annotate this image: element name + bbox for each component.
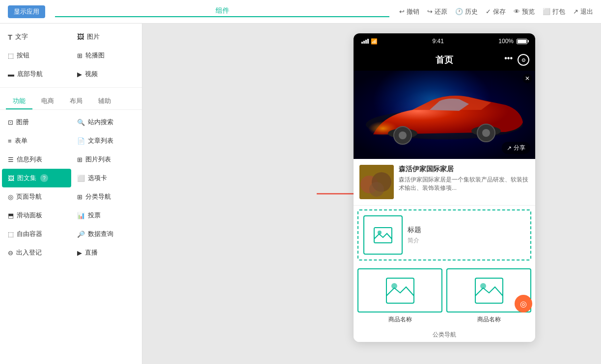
- phone-banner[interactable]: ✕ ↗ 分享: [354, 71, 535, 159]
- sidebar-item-tab-card[interactable]: ⬜ 选项卡: [71, 169, 140, 187]
- article-list-icon: 📄: [77, 137, 85, 145]
- placeholder-icon: [373, 227, 393, 244]
- phone-nav-bar: 首页 ••• ⊙: [354, 49, 535, 71]
- float-button[interactable]: ◎: [515, 295, 532, 312]
- undo-icon: ↩: [399, 8, 405, 15]
- sidebar-item-carousel[interactable]: ⊞ 轮播图: [71, 46, 140, 65]
- tab-card-icon: ⬜: [77, 175, 85, 182]
- components-tab-label[interactable]: 组件: [216, 6, 229, 15]
- phone-status-bar: 📶 9:41 100%: [354, 33, 535, 49]
- sidebar-item-img-text[interactable]: 🖼 图文集 ?: [2, 169, 71, 187]
- img-text-desc: 简介: [408, 236, 525, 245]
- help-badge: ?: [40, 174, 48, 182]
- sidebar-item-login[interactable]: ⊖ 出入登记: [2, 243, 71, 262]
- history-icon: 🕐: [455, 8, 463, 15]
- sidebar-item-vote[interactable]: 📊 投票: [71, 206, 140, 225]
- img-placeholder: [363, 215, 403, 255]
- product-item-1[interactable]: 商品名称: [357, 268, 442, 324]
- article-card[interactable]: 森活伊家国际家居 森活伊家国际家居是一个集软装产品研发、软装技术输出、装饰装修项…: [354, 159, 535, 206]
- status-left: 📶: [361, 38, 378, 45]
- text-icon: T: [8, 33, 12, 41]
- phone-nav-icons: ••• ⊙: [504, 54, 529, 66]
- img-text-title: 标题: [408, 226, 525, 234]
- toolbar: 显示应用 组件 ↩ 撤销 ↪ 还原 🕐 历史 ✓ 保存 👁 预览 ⬜ 打包 ↗: [0, 0, 601, 24]
- battery-icon: [517, 39, 527, 44]
- sidebar-item-article-list[interactable]: 📄 文章列表: [71, 131, 140, 150]
- sidebar-item-image[interactable]: 🖼 图片: [71, 27, 140, 46]
- data-query-icon: 🔎: [77, 231, 85, 238]
- sidebar-item-info-list[interactable]: ☰ 信息列表: [2, 150, 71, 169]
- form-icon: ≡: [8, 137, 12, 145]
- sidebar-item-live[interactable]: ▶ 直播: [71, 243, 140, 262]
- login-icon: ⊖: [8, 249, 13, 257]
- footer-nav-icon: ▬: [8, 71, 14, 78]
- product-grid: 商品名称 商品名称: [354, 264, 535, 328]
- sidebar-item-form[interactable]: ≡ 表单: [2, 131, 71, 150]
- package-icon: ⬜: [543, 8, 550, 15]
- article-info: 森活伊家国际家居 森活伊家国际家居是一个集软装产品研发、软装技术输出、装饰装修项…: [399, 165, 529, 199]
- sidebar-item-free-container[interactable]: ⬚ 自由容器: [2, 225, 71, 243]
- sidebar-top-grid: T 文字 🖼 图片 ⬚ 按钮 ⊞ 轮播图 ▬ 底部导航 ▶ 视频: [0, 24, 142, 85]
- img-list-icon: ⊞: [77, 156, 82, 163]
- undo-button[interactable]: ↩ 撤销: [399, 7, 419, 16]
- sidebar-item-video[interactable]: ▶ 视频: [71, 65, 140, 83]
- save-button[interactable]: ✓ 保存: [486, 7, 506, 16]
- button-icon: ⬚: [8, 52, 14, 59]
- history-button[interactable]: 🕐 历史: [455, 7, 478, 16]
- phone-mockup: 📶 9:41 100% 首页 ••• ⊙: [354, 33, 535, 342]
- sidebar-item-category-nav[interactable]: ⊞ 分类导航: [71, 187, 140, 206]
- sidebar: T 文字 🖼 图片 ⬚ 按钮 ⊞ 轮播图 ▬ 底部导航 ▶ 视频: [0, 24, 142, 364]
- redo-button[interactable]: ↪ 还原: [427, 7, 447, 16]
- sidebar-item-album[interactable]: ⊡ 图册: [2, 113, 71, 131]
- logout-icon: ↗: [573, 8, 578, 15]
- tab-layout[interactable]: 布局: [63, 94, 89, 109]
- svg-point-11: [482, 129, 490, 137]
- banner-share-button[interactable]: ↗ 分享: [502, 142, 530, 154]
- product-name-2: 商品名称: [446, 315, 531, 324]
- package-button[interactable]: ⬜ 打包: [543, 7, 565, 16]
- sidebar-item-page-nav[interactable]: ◎ 页面导航: [2, 187, 71, 206]
- sidebar-item-button[interactable]: ⬚ 按钮: [2, 46, 71, 65]
- carousel-icon: ⊞: [77, 52, 82, 59]
- sidebar-divider-1: [0, 87, 142, 88]
- save-icon: ✓: [486, 8, 491, 15]
- battery-percent: 100%: [498, 38, 514, 45]
- toolbar-center: 组件: [55, 6, 389, 17]
- canvas[interactable]: 📶 9:41 100% 首页 ••• ⊙: [142, 24, 601, 364]
- category-nav-icon: ⊞: [77, 193, 82, 201]
- toolbar-left: 显示应用: [8, 5, 45, 18]
- toolbar-right: ↩ 撤销 ↪ 还原 🕐 历史 ✓ 保存 👁 预览 ⬜ 打包 ↗ 退出: [399, 7, 593, 16]
- sidebar-item-text[interactable]: T 文字: [2, 27, 71, 46]
- wifi-icon: 📶: [371, 38, 378, 45]
- video-icon: ▶: [77, 71, 82, 78]
- article-desc: 森活伊家国际家居是一个集软装产品研发、软装技术输出、装饰装修项...: [399, 176, 529, 192]
- product-img-1: [357, 268, 442, 312]
- sidebar-item-site-search[interactable]: 🔍 站内搜索: [71, 113, 140, 131]
- sidebar-function-grid: ⊡ 图册 🔍 站内搜索 ≡ 表单 📄 文章列表 ☰ 信息列表 ⊞: [0, 110, 142, 264]
- tab-ecommerce[interactable]: 电商: [34, 94, 61, 109]
- nav-title: 首页: [436, 54, 453, 66]
- img-text-component[interactable]: 标题 简介: [357, 209, 531, 260]
- tab-function[interactable]: 功能: [6, 94, 32, 109]
- sidebar-item-slide-panel[interactable]: ⬒ 滑动面板: [2, 206, 71, 225]
- show-apps-button[interactable]: 显示应用: [8, 5, 45, 18]
- sidebar-tabs: 功能 电商 布局 辅助: [0, 90, 142, 110]
- live-icon: ▶: [77, 249, 82, 257]
- svg-rect-16: [374, 228, 392, 243]
- vote-icon: 📊: [77, 212, 85, 219]
- preview-button[interactable]: 👁 预览: [514, 7, 535, 16]
- main-area: T 文字 🖼 图片 ⬚ 按钮 ⊞ 轮播图 ▬ 底部导航 ▶ 视频: [0, 24, 601, 364]
- signal-icon: [361, 39, 369, 44]
- sidebar-item-data-query[interactable]: 🔎 数据查询: [71, 225, 140, 243]
- float-icon: ◎: [520, 299, 527, 309]
- sidebar-item-img-list[interactable]: ⊞ 图片列表: [71, 150, 140, 169]
- target-icon[interactable]: ⊙: [518, 54, 529, 66]
- banner-close-button[interactable]: ✕: [522, 74, 532, 83]
- sidebar-item-footer-nav[interactable]: ▬ 底部导航: [2, 65, 71, 83]
- tab-helper[interactable]: 辅助: [91, 94, 118, 109]
- article-thumbnail: [359, 165, 394, 199]
- site-search-icon: 🔍: [77, 119, 85, 126]
- slide-panel-icon: ⬒: [8, 212, 14, 219]
- logout-button[interactable]: ↗ 退出: [573, 7, 593, 16]
- more-icon[interactable]: •••: [504, 54, 513, 66]
